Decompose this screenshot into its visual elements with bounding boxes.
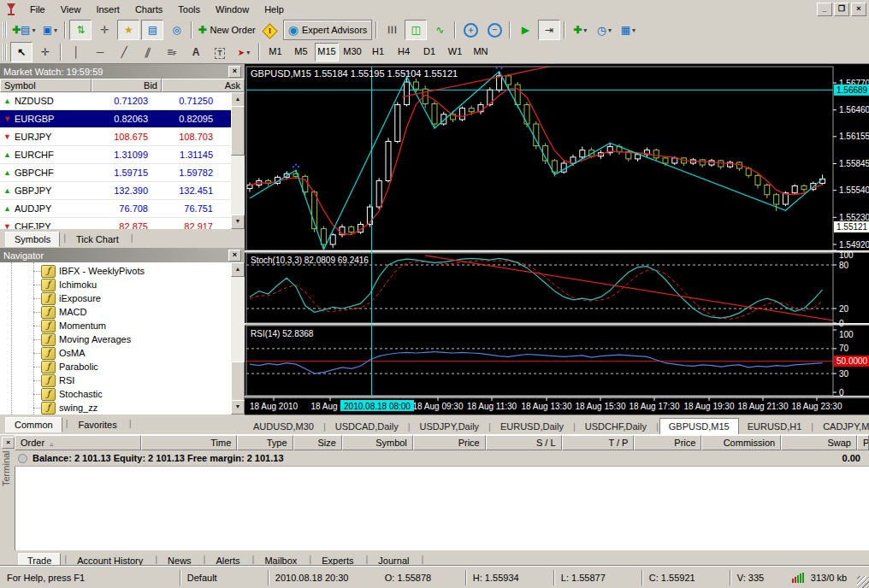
timeframe-m1[interactable]: M1 (263, 43, 287, 62)
timeframe-h4[interactable]: H4 (392, 43, 416, 62)
market-watch-row[interactable]: ▲EURCHF1.310991.31145 (0, 146, 245, 164)
market-watch-row[interactable]: ▲NZDUSD0.712030.71250 (0, 92, 245, 110)
market-watch-row[interactable]: ▼CHFJPY82.87582.917 (0, 218, 245, 229)
navigator-item[interactable]: ƒRSI (0, 373, 245, 387)
timeframe-m30[interactable]: M30 (340, 43, 364, 62)
market-watch-scrollbar[interactable]: ▲ ▼ (231, 92, 245, 229)
arrows-button[interactable]: ➤▾ (233, 42, 255, 62)
new-order-button[interactable]: ✚New Order (196, 20, 257, 40)
market-watch-row[interactable]: ▼EURJPY108.675108.703 (0, 128, 245, 146)
chart-tab-eurusd-daily[interactable]: EURUSD,Daily (492, 419, 572, 434)
toolbar-grip[interactable] (3, 44, 7, 61)
terminal-column-order[interactable]: Order▵ (15, 435, 141, 450)
market-watch-row[interactable]: ▲GBPCHF1.597151.59782 (0, 164, 245, 182)
zoom-in-button[interactable]: ＋ (459, 20, 482, 40)
navigator-item[interactable]: ƒMoving Averages (0, 332, 245, 346)
menu-window[interactable]: Window (208, 2, 257, 17)
expert-advisors-button[interactable]: ◉Expert Advisors (283, 20, 373, 40)
menu-charts[interactable]: Charts (127, 2, 170, 17)
equidistant-channel-button[interactable]: ∥ (137, 42, 159, 62)
terminal-column-type[interactable]: Type (237, 435, 293, 450)
navigator-scrollbar[interactable]: ▲ ▼ (231, 262, 245, 415)
minimize-button[interactable]: _ (817, 3, 832, 16)
terminal-column-t-p[interactable]: T / P (562, 435, 635, 450)
restore-button[interactable]: ❐ (834, 3, 849, 16)
horizontal-line-button[interactable]: ─ (89, 42, 111, 62)
timeframe-mn[interactable]: MN (469, 43, 493, 62)
periods-button[interactable]: ◷▾ (593, 20, 615, 40)
zoom-out-button[interactable]: − (483, 20, 505, 40)
terminal-column-time[interactable]: Time (141, 435, 237, 450)
navigator-item[interactable]: ƒOsMA (0, 346, 245, 360)
text-button[interactable]: A (185, 42, 207, 62)
terminal-column-size[interactable]: Size (293, 435, 342, 450)
close-button[interactable]: × (851, 3, 866, 16)
navigator-item[interactable]: ƒStochastic (0, 387, 245, 401)
timeframe-d1[interactable]: D1 (417, 43, 441, 62)
navigator-tab-favorites[interactable]: Favorites (69, 418, 125, 432)
close-icon[interactable]: × (228, 250, 241, 262)
navigator-item[interactable]: ƒswing_zz (0, 401, 245, 415)
chart-tab-usdcad-daily[interactable]: USDCAD,Daily (327, 419, 407, 434)
market-watch-toggle-button[interactable]: ⇅ (69, 20, 92, 40)
vertical-line-button[interactable]: │ (65, 42, 87, 62)
chart-shift-button[interactable]: ⇥ (538, 20, 560, 40)
chart-tab-eurusd-h1[interactable]: EURUSD,H1 (739, 419, 811, 434)
chart-tab-audusd-m30[interactable]: AUDUSD,M30 (245, 419, 322, 434)
data-window-button[interactable]: ✛ (93, 20, 115, 40)
market-watch-row[interactable]: ▼EURGBP0.820630.82095 (0, 110, 245, 128)
menu-insert[interactable]: Insert (88, 2, 127, 17)
navigator-item[interactable]: ƒIchimoku (0, 278, 245, 291)
terminal-column-price[interactable]: Price (634, 435, 701, 450)
strategy-tester-button[interactable]: ◎ (165, 20, 187, 40)
navigator-item[interactable]: ƒiExposure (0, 291, 245, 305)
menu-help[interactable]: Help (257, 2, 292, 17)
chart-tab-usdjpy-daily[interactable]: USDJPY,Daily (411, 419, 488, 434)
menu-view[interactable]: View (53, 2, 89, 17)
menu-tools[interactable]: Tools (170, 2, 208, 17)
chevron-down-icon[interactable]: ▾ (583, 26, 587, 34)
timeframe-h1[interactable]: H1 (366, 43, 390, 62)
column-bid[interactable]: Bid (92, 79, 162, 92)
terminal-column-symbol[interactable]: Symbol (342, 435, 413, 450)
terminal-column-swap[interactable]: Swap (781, 435, 857, 450)
indicators-button[interactable]: ✚▾ (569, 20, 591, 40)
navigator-item[interactable]: ƒIBFX - WeeklyPivots (0, 264, 245, 278)
column-ask[interactable]: Ask (162, 79, 245, 92)
terminal-column-profit[interactable]: Profit (857, 435, 869, 450)
candlestick-chart-button[interactable]: ◫ (405, 20, 427, 40)
market-watch-row[interactable]: ▲GBPJPY132.390132.451 (0, 182, 245, 200)
navigator-tab-common[interactable]: Common (5, 417, 62, 432)
resize-grip[interactable] (857, 576, 869, 588)
line-chart-button[interactable]: ∿ (429, 20, 451, 40)
bar-chart-button[interactable]: ☰ (381, 20, 403, 40)
toolbar-grip[interactable] (3, 21, 7, 38)
status-profile[interactable]: Default (180, 570, 268, 585)
fibonacci-button[interactable]: ≡F (161, 42, 183, 62)
crosshair-button[interactable]: ✛ (34, 42, 56, 62)
chevron-down-icon[interactable]: ▾ (246, 49, 250, 56)
chart-tab-gbpusd-m15[interactable]: GBPUSD,M15 (659, 418, 739, 434)
chevron-down-icon[interactable]: ▾ (632, 26, 635, 34)
timeframe-m5[interactable]: M5 (289, 43, 313, 62)
terminal-toggle-button[interactable]: ▤ (141, 20, 163, 40)
close-icon[interactable]: × (228, 66, 241, 78)
terminal-column-s-l[interactable]: S / L (486, 435, 562, 450)
market-watch-tab-tick-chart[interactable]: Tick Chart (68, 232, 127, 246)
terminal-column-commission[interactable]: Commission (701, 435, 781, 450)
chart-tab-usdchf-daily[interactable]: USDCHF,Daily (576, 419, 655, 434)
text-label-button[interactable]: T (209, 42, 231, 62)
auto-scroll-button[interactable]: ▶ (514, 20, 536, 40)
trendline-button[interactable]: ╱ (113, 42, 135, 62)
timeframe-w1[interactable]: W1 (443, 43, 467, 62)
new-chart-button[interactable]: ✚▤▾ (10, 20, 37, 40)
menu-file[interactable]: File (22, 2, 53, 17)
chevron-down-icon[interactable]: ▾ (32, 26, 35, 34)
navigator-item[interactable]: ƒMomentum (0, 319, 245, 332)
timeframe-m15[interactable]: M15 (315, 43, 339, 62)
chart-tab-cadjpy-m1[interactable]: CADJPY,M1 (814, 419, 869, 434)
terminal-column-price[interactable]: Price (413, 435, 486, 450)
chevron-down-icon[interactable]: ▾ (608, 26, 612, 34)
cursor-button[interactable]: ↖ (10, 42, 33, 62)
price-chart-canvas[interactable]: GBPUSD,M15 1.55184 1.55195 1.55104 1.551… (245, 64, 869, 415)
